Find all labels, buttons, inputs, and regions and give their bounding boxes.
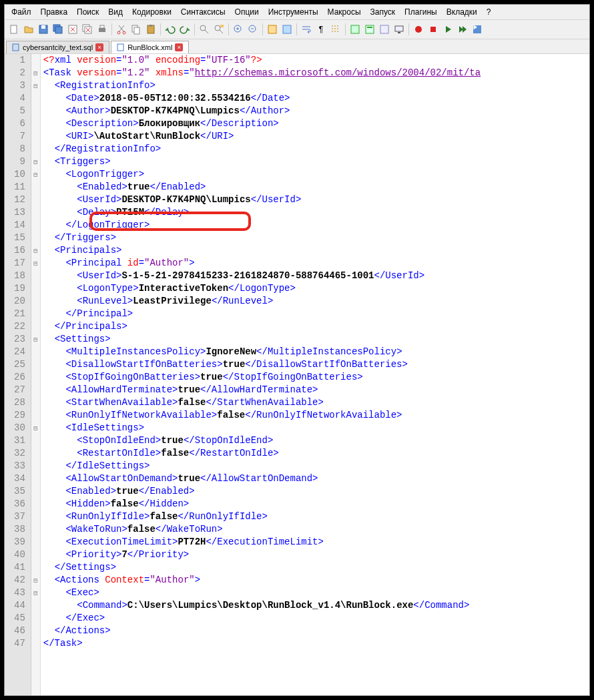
close-icon[interactable] [66,23,79,36]
fold-gutter[interactable]: ⊟⊟⊟⊟⊟⊟⊟⊟⊟⊟ [31,54,41,695]
doc-map-icon[interactable] [363,23,376,36]
separator [228,23,229,35]
tab-close-icon[interactable]: × [95,43,103,51]
svg-rect-8 [99,28,105,32]
separator [296,23,297,35]
menu-syntax[interactable]: Синтаксисы [177,6,230,18]
menu-plugins[interactable]: Плагины [400,6,441,18]
code-editor[interactable]: 1234567891011121314151617181920212223242… [5,54,589,695]
menu-run[interactable]: Запуск [366,6,400,18]
svg-rect-32 [13,44,19,51]
svg-rect-26 [380,25,388,33]
svg-rect-30 [430,27,436,32]
editor-window: Файл Правка Поиск Вид Кодировки Синтакси… [4,4,590,696]
svg-rect-27 [395,26,403,31]
close-all-icon[interactable] [81,23,94,36]
stop-macro-icon[interactable] [426,23,440,36]
tab-label: RunBlock.xml [127,43,172,51]
zoom-in-icon[interactable] [232,23,245,36]
separator [111,23,112,35]
tab-close-icon[interactable]: × [175,43,183,51]
svg-rect-23 [351,25,359,33]
svg-rect-33 [117,44,123,51]
line-number-gutter: 1234567891011121314151617181920212223242… [5,54,31,695]
sync-h-icon[interactable] [280,23,294,36]
separator [408,23,409,35]
menu-tools[interactable]: Инструменты [264,6,322,18]
tab[interactable]: cybersantcity_text.sql× [6,41,109,53]
svg-point-17 [215,25,220,31]
tab-label: cybersantcity_text.sql [23,43,93,51]
svg-rect-0 [11,25,17,33]
menu-help[interactable]: ? [483,6,495,18]
menubar: Файл Правка Поиск Вид Кодировки Синтакси… [5,5,589,20]
menu-options[interactable]: Опции [231,6,263,18]
menu-search[interactable]: Поиск [73,6,103,18]
save-macro-icon[interactable] [471,23,484,36]
record-macro-icon[interactable] [412,23,425,36]
svg-rect-24 [366,25,374,33]
svg-rect-25 [367,27,372,28]
open-file-icon[interactable] [22,23,35,36]
separator [160,23,161,35]
svg-point-29 [415,26,422,33]
play-macro-icon[interactable] [441,23,455,36]
file-icon [12,43,20,51]
save-all-icon[interactable] [51,23,65,36]
svg-rect-22 [283,25,291,33]
redo-icon[interactable] [178,23,192,36]
wordwrap-icon[interactable] [300,23,313,36]
cut-icon[interactable] [115,23,128,36]
paste-icon[interactable] [144,23,158,36]
tab-bar: cybersantcity_text.sql×RunBlock.xml× [5,39,589,54]
svg-rect-18 [220,25,224,27]
svg-rect-9 [100,25,104,28]
folder-tree-icon[interactable] [378,23,391,36]
copy-icon[interactable] [129,23,143,36]
new-file-icon[interactable] [7,23,21,36]
replace-icon[interactable] [212,23,226,36]
print-icon[interactable] [95,23,109,36]
save-icon[interactable] [37,23,50,36]
zoom-out-icon[interactable] [246,23,260,36]
svg-point-16 [200,25,206,31]
undo-icon[interactable] [164,23,177,36]
sync-v-icon[interactable] [266,23,279,36]
function-list-icon[interactable] [348,23,362,36]
menu-edit[interactable]: Правка [37,6,72,18]
svg-rect-21 [268,25,276,33]
svg-rect-2 [41,25,45,29]
file-icon [117,43,125,51]
svg-rect-13 [134,27,139,34]
tab[interactable]: RunBlock.xml× [111,41,189,53]
separator [262,23,263,35]
menu-tabs[interactable]: Вкладки [442,6,481,18]
svg-rect-4 [55,27,62,33]
indent-guide-icon[interactable] [329,23,342,36]
find-icon[interactable] [198,23,211,36]
play-multi-icon[interactable] [456,23,469,36]
monitor-icon[interactable] [392,23,406,36]
toolbar: ¶ [5,20,589,39]
menu-view[interactable]: Вид [104,6,127,18]
menu-file[interactable]: Файл [7,6,35,18]
separator [345,23,346,35]
menu-macro[interactable]: Макросы [324,6,365,18]
show-all-chars-icon[interactable]: ¶ [314,23,328,36]
code-content[interactable]: <?xml version="1.0" encoding="UTF-16"?><… [41,54,589,695]
svg-rect-15 [150,25,152,27]
menu-encoding[interactable]: Кодировки [128,6,176,18]
svg-rect-28 [398,32,400,33]
separator [194,23,195,35]
